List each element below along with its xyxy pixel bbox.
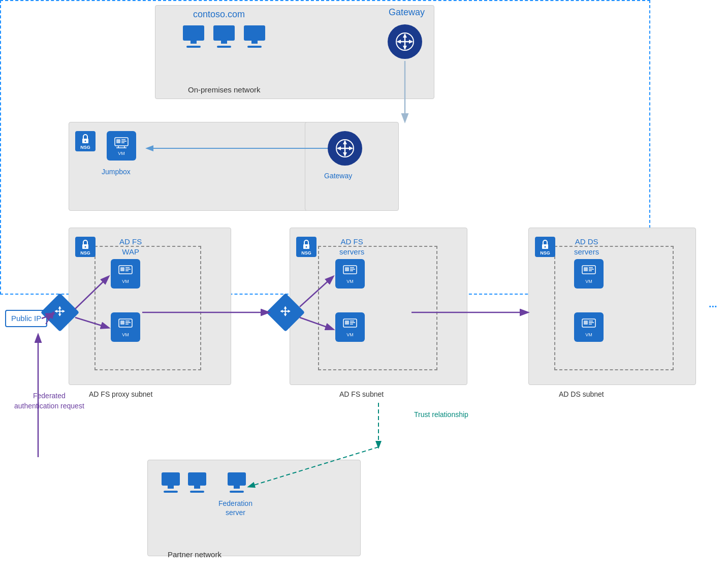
public-ip-box: Public IP	[5, 310, 47, 327]
lb-adfs	[272, 299, 299, 326]
svg-marker-65	[62, 310, 65, 313]
svg-rect-32	[120, 321, 124, 325]
diagram-container: On-premises network contoso.com Gateway	[0, 0, 728, 575]
partner-monitor-1	[162, 472, 180, 493]
adfs-subnet-label: AD FS subnet	[339, 390, 384, 398]
svg-rect-56	[584, 321, 588, 325]
svg-marker-68	[284, 306, 287, 309]
svg-marker-62	[58, 306, 61, 309]
gateway-top-icon	[388, 24, 422, 59]
svg-marker-5	[397, 40, 401, 44]
svg-rect-10	[116, 139, 120, 143]
svg-marker-71	[288, 310, 291, 313]
svg-marker-70	[280, 310, 283, 313]
partner-network-label: Partner network	[168, 550, 221, 559]
svg-marker-6	[409, 40, 413, 44]
svg-point-25	[85, 246, 86, 247]
svg-rect-44	[345, 321, 349, 325]
svg-marker-64	[55, 310, 57, 313]
svg-text:···: ···	[709, 301, 717, 312]
lb-public	[46, 299, 74, 326]
svg-marker-4	[403, 46, 407, 50]
public-ip-label: Public IP	[11, 314, 41, 323]
adfs-proxy-vm1: VM	[111, 259, 140, 289]
svg-point-49	[545, 246, 546, 247]
gateway-top-label: Gateway	[389, 7, 425, 18]
svg-point-8	[85, 140, 86, 142]
svg-rect-51	[584, 267, 588, 271]
federated-auth-label: Federatedauthentication request	[14, 391, 84, 411]
svg-marker-22	[337, 146, 341, 150]
on-premises-label: On-premises network	[188, 85, 261, 94]
adfs-proxy-label: AD FS proxy subnet	[89, 390, 152, 398]
federation-server-label: Federationserver	[218, 499, 252, 517]
partner-monitor-2	[188, 472, 206, 493]
svg-rect-39	[345, 267, 349, 271]
trust-relationship-label: Trust relationship	[414, 410, 468, 419]
svg-marker-69	[284, 314, 287, 316]
svg-marker-23	[349, 146, 353, 150]
monitor-2	[213, 25, 235, 48]
adfs-vm1: VM	[335, 259, 365, 289]
adfs-servers-label: AD FSservers	[339, 237, 364, 257]
svg-marker-21	[343, 152, 347, 156]
federation-server-monitor	[228, 472, 246, 493]
svg-point-37	[306, 246, 307, 247]
adds-vm2: VM	[574, 312, 604, 342]
adds-servers-label: AD DSservers	[574, 237, 599, 257]
adds-subnet-label: AD DS subnet	[559, 390, 604, 398]
nsg-adfs: NSG	[296, 237, 316, 257]
svg-marker-63	[58, 314, 61, 316]
contoso-label: contoso.com	[193, 9, 245, 20]
adds-inner	[554, 246, 674, 370]
jumpbox-vm: VM	[107, 131, 136, 161]
jumpbox-label: Jumpbox	[102, 168, 131, 176]
monitor-3	[244, 25, 265, 48]
nsg-adds: NSG	[535, 237, 555, 257]
svg-rect-27	[120, 267, 124, 271]
gateway-azure-label: Gateway	[324, 172, 352, 180]
nsg-adfs-proxy: NSG	[75, 237, 96, 257]
svg-marker-3	[403, 34, 407, 38]
adfs-proxy-vm2: VM	[111, 312, 140, 342]
mgmt-subnet-region	[69, 122, 312, 211]
monitor-1	[183, 25, 204, 48]
adds-vm1: VM	[574, 259, 604, 289]
adfs-vm2: VM	[335, 312, 365, 342]
gateway-azure-icon	[328, 131, 362, 166]
svg-marker-20	[343, 140, 347, 144]
adfs-wap-label: AD FSWAP	[119, 237, 142, 257]
nsg-mgmt: NSG	[75, 131, 96, 151]
